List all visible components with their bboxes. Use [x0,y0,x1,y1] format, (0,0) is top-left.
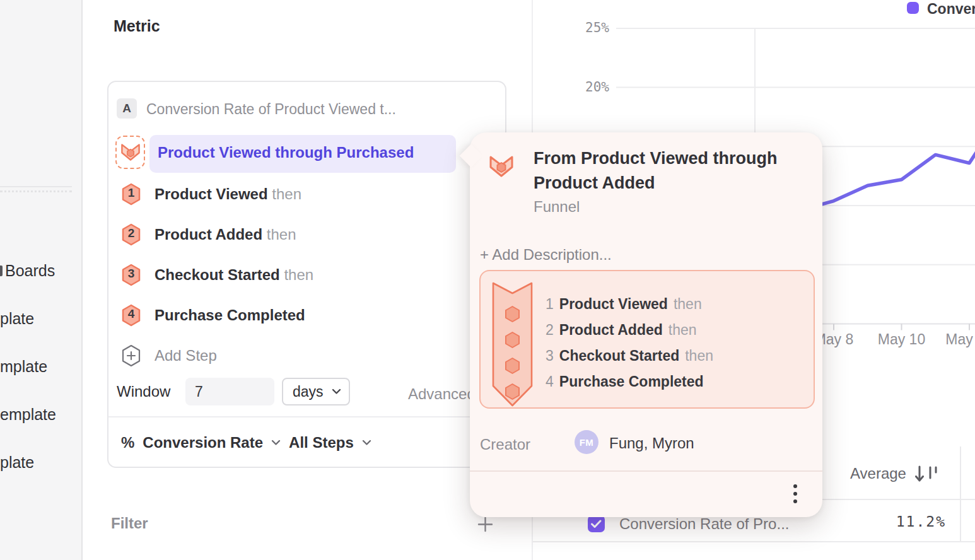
sort-descending-icon[interactable] [915,465,939,482]
percent-symbol: % [121,434,134,452]
y-axis-label: 20% [552,79,609,95]
popover-step-1: 1Product Viewedthen [546,296,702,313]
funnel-shield-icon [489,155,514,180]
conversion-rate-dropdown[interactable]: Conversion Rate [143,434,263,452]
series-title[interactable]: Conversion Rate of Product Viewed t... [146,101,396,118]
selected-funnel-name[interactable]: Product Viewed through Purchased [158,144,414,161]
step-2-label[interactable]: Product Added then [155,226,296,243]
funnel-steps-card: 1Product Viewedthen 2Product Addedthen 3… [479,270,815,409]
sidebar-item-boards[interactable]: Boards [5,262,55,279]
add-filter-button[interactable] [477,516,494,535]
window-label: Window [117,383,170,400]
step-1-label[interactable]: Product Viewed then [155,185,301,203]
average-header-label: Average [850,465,906,482]
y-axis-label: 25% [552,20,609,35]
table-row-label[interactable]: Conversion Rate of Pro... [619,515,789,533]
metric-section-heading: Metric [114,17,160,35]
card-divider [108,416,505,417]
add-step-icon[interactable] [121,344,141,370]
popover-divider [470,470,822,472]
app-root: { "colors": { "accent_purple": "#7b5cf5"… [0,0,975,560]
metric-card: A Conversion Rate of Product Viewed t...… [107,81,506,468]
row-checkbox[interactable] [588,515,605,532]
table-column-divider [960,446,961,542]
funnel-shield-icon [120,143,141,161]
advanced-link[interactable]: Advanced [408,385,476,403]
popover-step-2: 2Product Addedthen [546,322,697,339]
add-step-button[interactable]: Add Step [155,347,217,365]
more-options-button[interactable] [791,484,800,510]
popover-title: From Product Viewed through Product Adde… [534,146,805,195]
funnel-ribbon-icon [491,281,534,411]
window-input[interactable] [185,378,274,405]
step-1-badge: 1 [121,183,141,206]
table-average-header[interactable]: Average [850,465,939,482]
sidebar-item-template-1[interactable]: plate [0,310,34,327]
filter-section-heading: Filter [111,515,148,532]
sidebar-item-template-4[interactable]: plate [0,453,34,471]
sidebar: Boards plate mplate emplate plate [0,0,83,560]
creator-name: Fung, Myron [609,435,694,452]
step-4-badge: 4 [121,304,141,327]
popover-step-3: 3Checkout Startedthen [546,347,713,365]
chevron-down-icon [332,388,341,395]
table-row-divider [533,541,975,542]
x-axis-label: May 12 [928,331,975,348]
step-3-label[interactable]: Checkout Started then [155,266,313,284]
sidebar-item-template-2[interactable]: mplate [0,358,47,375]
avatar: FM [575,430,598,454]
boards-icon [0,265,3,276]
legend-swatch [907,2,919,14]
window-unit-select[interactable]: days [282,378,350,405]
step-2-badge: 2 [121,223,141,246]
chevron-down-icon[interactable] [362,440,371,446]
step-4-label[interactable]: Purchase Completed [155,306,305,324]
creator-label: Creator [480,436,530,453]
sidebar-divider [0,186,72,187]
plus-icon [477,516,494,533]
sidebar-item-template-3[interactable]: emplate [0,405,56,423]
check-icon [591,520,602,528]
popover-step-4: 4Purchase Completed [546,373,704,390]
funnel-detail-popover: From Product Viewed through Product Adde… [470,132,822,517]
add-description-button[interactable]: + Add Description... [480,246,612,264]
popover-type-label: Funnel [534,198,580,216]
funnel-icon-selected[interactable] [115,136,145,169]
all-steps-dropdown[interactable]: All Steps [289,434,354,452]
table-row-value: 11.2% [870,513,946,530]
chevron-down-icon[interactable] [271,440,281,446]
metric-card-footer: % Conversion Rate All Steps [121,434,371,452]
series-letter-badge: A [117,98,137,119]
legend-label: Conversion Rate of Pro... [927,1,975,18]
step-3-badge: 3 [121,264,141,286]
sidebar-dotted-divider [0,190,72,192]
